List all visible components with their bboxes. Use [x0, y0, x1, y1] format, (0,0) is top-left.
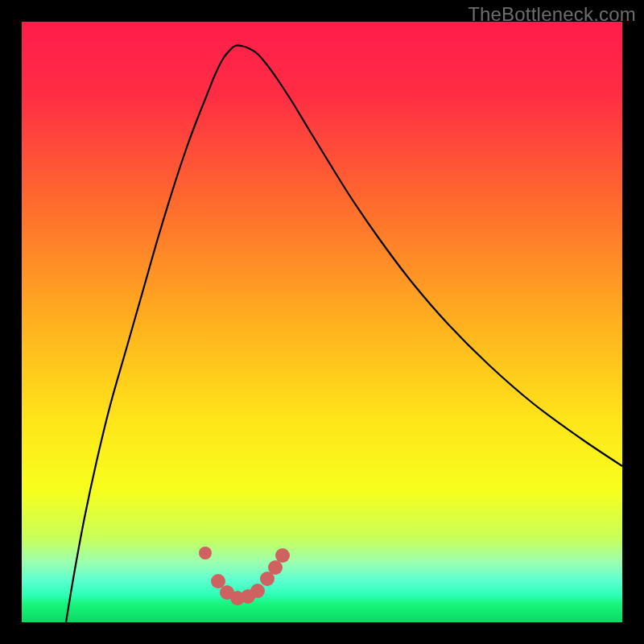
- highlight-beads: [199, 547, 290, 605]
- bead-valley-left: [211, 574, 225, 588]
- bead-valley-right: [250, 584, 265, 598]
- watermark-text: TheBottleneck.com: [468, 3, 636, 26]
- chart-frame: [22, 22, 622, 622]
- bead-right-rise2: [268, 560, 283, 575]
- bead-right-rise3: [275, 548, 290, 563]
- bead-left-approach: [199, 547, 212, 559]
- bottleneck-curve: [22, 22, 622, 622]
- curve-path: [66, 45, 622, 622]
